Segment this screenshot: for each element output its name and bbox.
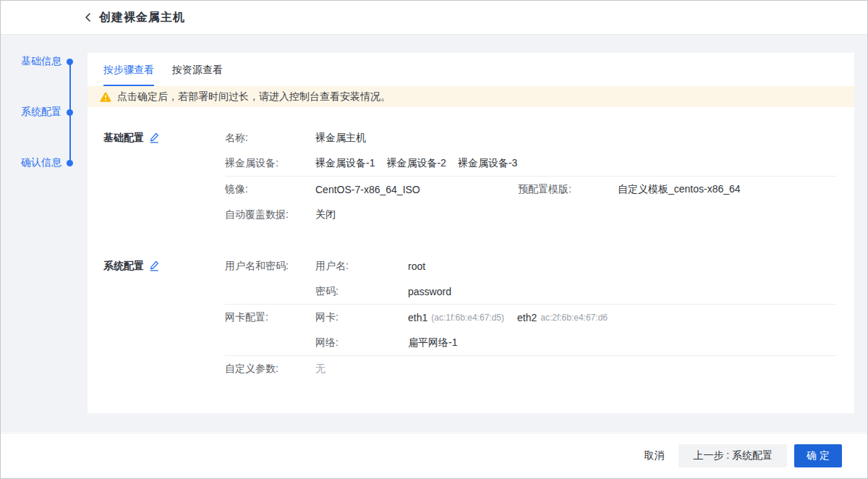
custom-params-label: 自定义参数: bbox=[225, 363, 315, 376]
row-nic: 网卡配置: 网卡: eth1 (ac:1f:6b:e4:67:d5) eth2 … bbox=[88, 305, 854, 330]
image-value: CentOS-7-x86_64_ISO bbox=[315, 184, 518, 195]
network-value: 扁平网络-1 bbox=[408, 336, 457, 349]
cancel-button[interactable]: 取消 bbox=[639, 449, 668, 462]
tab-by-step[interactable]: 按步骤查看 bbox=[103, 53, 154, 86]
warning-icon bbox=[100, 92, 111, 102]
warning-banner: 点击确定后，若部署时间过长，请进入控制台查看安装情况。 bbox=[88, 86, 854, 107]
page-title: 创建裸金属主机 bbox=[99, 10, 185, 25]
username-value: root bbox=[408, 260, 425, 272]
template-value: 自定义模板_centos-x86_64 bbox=[618, 183, 741, 196]
row-image: 镜像: CentOS-7-x86_64_ISO 预配置模版: 自定义模板_cen… bbox=[88, 177, 854, 202]
device-item: 裸金属设备-3 bbox=[458, 157, 517, 170]
previous-step-button[interactable]: 上一步 : 系统配置 bbox=[678, 444, 787, 467]
edit-system-icon[interactable] bbox=[149, 260, 159, 271]
page-body: 基础信息 系统配置 确认信息 按步骤查看 按资源查看 点击确定后，若部署时间过长… bbox=[1, 35, 867, 432]
network-label: 网络: bbox=[315, 336, 408, 349]
section-system-config: 系统配置 用户名和密码: 用户名: root 密码: pass bbox=[88, 253, 854, 381]
confirm-card: 按步骤查看 按资源查看 点击确定后，若部署时间过长，请进入控制台查看安装情况。 … bbox=[88, 53, 854, 413]
template-label: 预配置模版: bbox=[518, 183, 618, 196]
overwrite-value: 关闭 bbox=[315, 208, 336, 221]
image-label: 镜像: bbox=[225, 183, 315, 196]
tab-by-resource[interactable]: 按资源查看 bbox=[172, 53, 223, 86]
step-basic-info[interactable]: 基础信息 bbox=[1, 55, 61, 68]
confirm-button[interactable]: 确 定 bbox=[794, 444, 842, 467]
nic2-name: eth2 bbox=[517, 312, 537, 323]
nic1-name: eth1 bbox=[408, 312, 427, 323]
step-basic-info-dot bbox=[67, 59, 73, 65]
step-confirm-info[interactable]: 确认信息 bbox=[1, 156, 61, 169]
row-name: 基础配置 名称: 裸金属主机 bbox=[88, 125, 854, 151]
section-basic-title-text: 基础配置 bbox=[103, 132, 144, 145]
section-basic-title: 基础配置 bbox=[88, 132, 225, 145]
create-baremetal-host-window: 创建裸金属主机 基础信息 系统配置 确认信息 按步骤查看 按资源查看 点击确定后… bbox=[0, 0, 868, 479]
section-basic-config: 基础配置 名称: 裸金属主机 裸金属设备: 裸金属设备-1 bbox=[88, 125, 854, 227]
name-value: 裸金属主机 bbox=[315, 132, 366, 145]
device-item: 裸金属设备-1 bbox=[315, 157, 375, 170]
row-username: 系统配置 用户名和密码: 用户名: root bbox=[88, 253, 854, 279]
back-icon[interactable] bbox=[82, 11, 95, 24]
row-password: 密码: password bbox=[88, 279, 854, 304]
nic-sub-label: 网卡: bbox=[315, 311, 408, 324]
step-system-config-dot bbox=[67, 109, 73, 116]
row-devices: 裸金属设备: 裸金属设备-1 裸金属设备-2 裸金属设备-3 bbox=[88, 151, 854, 176]
view-tabbar: 按步骤查看 按资源查看 bbox=[88, 53, 854, 86]
summary-content: 基础配置 名称: 裸金属主机 裸金属设备: 裸金属设备-1 bbox=[88, 107, 854, 381]
username-label: 用户名: bbox=[315, 260, 408, 273]
step-confirm-info-dot bbox=[67, 160, 73, 166]
overwrite-label: 自动覆盖数据: bbox=[225, 208, 315, 221]
warning-text: 点击确定后，若部署时间过长，请进入控制台查看安装情况。 bbox=[117, 90, 391, 103]
password-label: 密码: bbox=[315, 285, 408, 298]
step-system-config[interactable]: 系统配置 bbox=[1, 106, 61, 119]
nic-label: 网卡配置: bbox=[225, 311, 315, 324]
name-label: 名称: bbox=[225, 132, 315, 145]
row-custom-params: 自定义参数: 无 bbox=[88, 356, 854, 381]
header: 创建裸金属主机 bbox=[1, 1, 867, 35]
section-system-title: 系统配置 bbox=[88, 260, 225, 273]
row-network: 网络: 扁平网络-1 bbox=[88, 330, 854, 355]
custom-params-value: 无 bbox=[315, 363, 326, 376]
footer-actions: 取消 上一步 : 系统配置 确 定 bbox=[1, 433, 867, 478]
device-item: 裸金属设备-2 bbox=[386, 157, 446, 170]
devices-label: 裸金属设备: bbox=[225, 157, 315, 170]
edit-basic-icon[interactable] bbox=[149, 132, 159, 143]
section-system-title-text: 系统配置 bbox=[103, 260, 144, 273]
password-value: password bbox=[408, 286, 451, 297]
nic2-mac: ac:2f:6b:e4:67:d6 bbox=[540, 313, 608, 323]
credentials-label: 用户名和密码: bbox=[225, 260, 315, 273]
nic1-mac: (ac:1f:6b:e4:67:d5) bbox=[431, 313, 504, 323]
row-overwrite: 自动覆盖数据: 关闭 bbox=[88, 202, 854, 227]
